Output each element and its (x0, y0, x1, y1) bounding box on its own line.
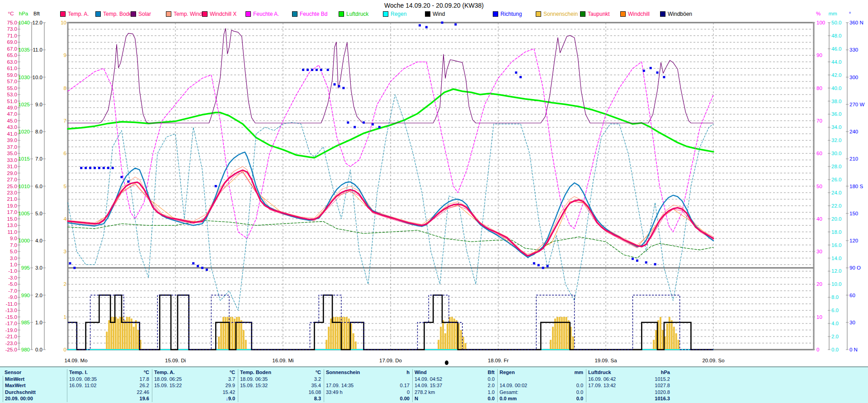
legend-label: Taupunkt (588, 11, 610, 17)
legend-item-windchill-x[interactable]: Windchill X (202, 11, 236, 17)
table-cell: 15.42 (152, 389, 238, 396)
svg-text:57.0: 57.0 (7, 79, 17, 84)
svg-text:18.0: 18.0 (831, 229, 841, 235)
legend-item-feuchte-bd[interactable]: Feuchte Bd (292, 11, 327, 17)
series-richtung-dots (69, 22, 665, 271)
legend-item-solar[interactable]: Solar (131, 11, 151, 17)
svg-text:11.0: 11.0 (7, 229, 17, 235)
legend-label: Windchill X (210, 11, 236, 17)
svg-text:3: 3 (64, 249, 66, 254)
svg-text:24.0: 24.0 (831, 190, 841, 195)
table-cell: 19.6 (67, 395, 152, 402)
legend-item-wind[interactable]: Wind (425, 11, 445, 17)
table-cell: 19.09. 08:3517.8 (67, 376, 152, 383)
legend-item-sonnenschein[interactable]: Sonnenschein (536, 11, 578, 17)
table-header: Temp. Boden°C (238, 369, 324, 376)
svg-text:-17.0: -17.0 (5, 321, 17, 326)
svg-text:26.0: 26.0 (831, 177, 841, 182)
table-cell: 16.09. 06:421015.2 (586, 376, 673, 383)
legend-item-richtung[interactable]: Richtung (493, 11, 522, 17)
table-row-label: Durchschnitt (3, 389, 67, 396)
legend-item-luftdruck[interactable]: Luftdruck (339, 11, 368, 17)
svg-text:0.0: 0.0 (35, 347, 42, 352)
axis-deg: 360 N330300270 W240210180 S15012090 O603… (846, 11, 864, 352)
x-axis-day-label: 16.09. Mi (272, 358, 293, 363)
legend-label: Temp. Wind (174, 11, 202, 17)
legend-item-temp-a-[interactable]: Temp. A. (60, 11, 89, 17)
table-cell (324, 376, 412, 383)
svg-text:3.0: 3.0 (35, 265, 42, 270)
svg-text:1025: 1025 (18, 102, 30, 107)
grid (68, 23, 814, 350)
legend-item-temp-wind[interactable]: Temp. Wind (166, 11, 202, 17)
svg-text:4: 4 (64, 216, 67, 222)
x-axis-day-label: 17.09. Do (379, 358, 402, 363)
svg-text:1.0: 1.0 (10, 262, 17, 267)
svg-text:-1.0: -1.0 (8, 268, 17, 274)
svg-text:0: 0 (816, 347, 819, 352)
svg-text:14.0: 14.0 (831, 256, 841, 261)
table-cell: 33:49 h0 (324, 389, 412, 396)
svg-text:-23.0: -23.0 (5, 341, 17, 346)
table-cell: 278.2 km1.0 (412, 389, 497, 396)
legend-item-feuchte-a-[interactable]: Feuchte A. (245, 11, 279, 17)
svg-text:34.0: 34.0 (831, 124, 841, 130)
legend-color-swatch (166, 11, 171, 17)
legend-color-swatch (580, 11, 585, 17)
legend-label: Temp. A. (68, 11, 89, 17)
svg-text:31.0: 31.0 (7, 164, 17, 169)
svg-text:1030: 1030 (18, 75, 30, 80)
svg-text:360 N: 360 N (849, 20, 863, 25)
svg-text:90 O: 90 O (849, 265, 861, 270)
svg-text:36.0: 36.0 (831, 111, 841, 117)
legend-color-swatch (620, 11, 626, 17)
table-cell: 0.00 (324, 395, 412, 402)
svg-text:40: 40 (816, 216, 822, 222)
svg-text:50.0: 50.0 (831, 20, 841, 25)
svg-text:75.0: 75.0 (7, 20, 17, 25)
table-cell: 17.09. 14:350.17 (324, 382, 412, 389)
position-marker[interactable] (445, 360, 448, 365)
svg-text:39.0: 39.0 (7, 137, 17, 143)
table-cell: 22.46 (67, 389, 152, 396)
svg-text:30: 30 (849, 320, 855, 325)
svg-text:60: 60 (816, 151, 822, 156)
legend-item-temp-boden[interactable]: Temp. Boden (95, 11, 135, 17)
svg-text:5: 5 (64, 184, 66, 189)
svg-text:12.0: 12.0 (831, 268, 841, 274)
legend-item-windb-en[interactable]: Windböen (660, 11, 692, 17)
svg-text:-21.0: -21.0 (5, 334, 17, 339)
axis-sun: 109876543210h (61, 11, 69, 352)
x-axis-day-label: 20.09. So (702, 358, 724, 363)
legend-color-swatch (292, 11, 297, 17)
svg-text:180 S: 180 S (849, 184, 863, 189)
svg-text:15.0: 15.0 (7, 216, 17, 222)
statistics-panel: SensorTemp. I.°CTemp. A.°CTemp. Boden°CS… (0, 366, 868, 403)
svg-text:3.0: 3.0 (10, 256, 17, 261)
table-cell: 1016.3 (586, 395, 673, 402)
legend-label: Windchill (628, 11, 650, 17)
svg-text:150: 150 (849, 211, 858, 216)
table-cell: 0.0 mm0.0 (497, 395, 586, 402)
svg-text:69.0: 69.0 (7, 39, 17, 45)
svg-text:28.0: 28.0 (831, 164, 841, 169)
table-header: LuftdruckhPa (586, 369, 673, 376)
svg-text:9.0: 9.0 (10, 236, 17, 241)
svg-text:8.0: 8.0 (35, 129, 42, 134)
legend-label: Richtung (500, 11, 522, 17)
legend-item-regen[interactable]: Regen (383, 11, 406, 17)
legend-label: Regen (391, 11, 406, 17)
svg-text:12.0: 12.0 (33, 20, 42, 25)
legend-item-taupunkt[interactable]: Taupunkt (580, 11, 610, 17)
svg-text:47.0: 47.0 (7, 111, 17, 117)
legend-item-windchill[interactable]: Windchill (620, 11, 650, 17)
legend-color-swatch (493, 11, 498, 17)
svg-text:23.0: 23.0 (7, 190, 17, 195)
svg-text:46.0: 46.0 (831, 46, 841, 52)
svg-text:1: 1 (64, 314, 66, 320)
series-feuchte-bd (68, 95, 713, 310)
series-solar (68, 28, 713, 123)
svg-text:300: 300 (849, 75, 858, 80)
svg-text:33.0: 33.0 (7, 157, 17, 163)
weather-week-chart-window: 75.073.071.069.067.065.063.061.059.057.0… (0, 0, 868, 403)
